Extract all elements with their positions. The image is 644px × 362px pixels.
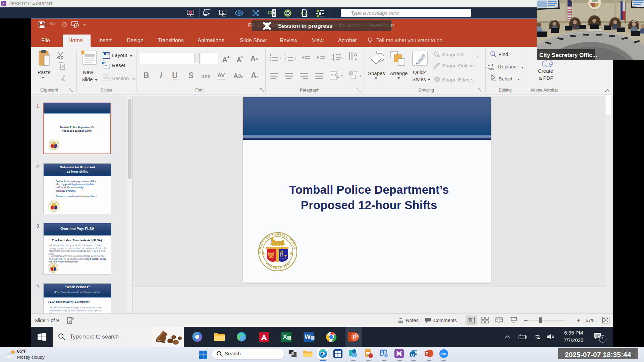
svg-text:A: A <box>273 10 275 13</box>
svg-text:1: 1 <box>285 54 286 56</box>
svg-text:City Secretary Offic...: City Secretary Offic... <box>539 52 597 58</box>
svg-text:P: P <box>353 334 357 340</box>
svg-text:A: A <box>354 52 357 57</box>
svg-text:3: 3 <box>285 59 286 61</box>
svg-text:1: 1 <box>222 10 224 14</box>
svg-text:2: 2 <box>285 57 286 59</box>
svg-text:D: D <box>273 14 275 17</box>
